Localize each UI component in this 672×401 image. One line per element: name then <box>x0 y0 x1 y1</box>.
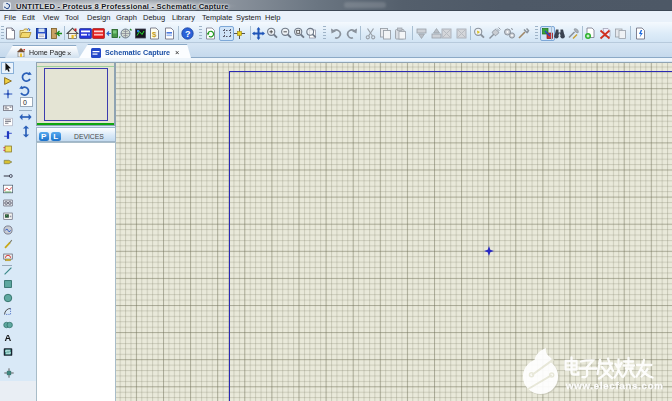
svg-text:www.elecfans.com: www.elecfans.com <box>565 379 664 390</box>
svg-text:$: $ <box>152 29 157 38</box>
svg-text:?: ? <box>185 29 191 39</box>
